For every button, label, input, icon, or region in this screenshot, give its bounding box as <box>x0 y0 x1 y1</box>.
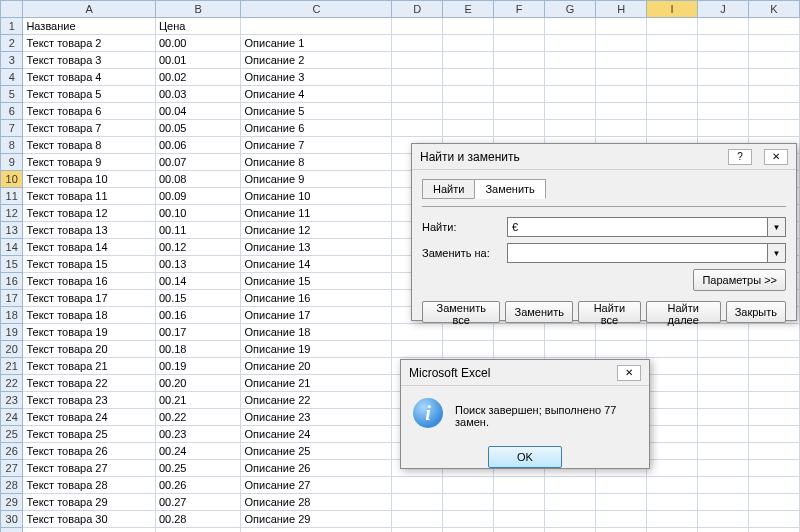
cell[interactable]: 00.22 <box>155 409 241 426</box>
row-header[interactable]: 23 <box>1 392 23 409</box>
cell[interactable] <box>494 35 545 52</box>
row-header[interactable]: 5 <box>1 86 23 103</box>
row-header[interactable]: 19 <box>1 324 23 341</box>
row-header[interactable]: 24 <box>1 409 23 426</box>
col-header-k[interactable]: K <box>748 1 799 18</box>
cell[interactable] <box>748 103 799 120</box>
find-all-button[interactable]: Найти все <box>578 301 641 323</box>
cell[interactable]: Текст товара 28 <box>23 477 155 494</box>
cell[interactable] <box>698 52 749 69</box>
cell[interactable]: Описание 9 <box>241 171 392 188</box>
cell[interactable] <box>392 528 443 533</box>
cell[interactable] <box>494 477 545 494</box>
select-all-corner[interactable] <box>1 1 23 18</box>
cell[interactable] <box>392 69 443 86</box>
cell[interactable]: Текст товара 3 <box>23 52 155 69</box>
cell[interactable] <box>698 69 749 86</box>
close-icon[interactable]: ✕ <box>764 149 788 165</box>
cell[interactable] <box>596 494 647 511</box>
cell[interactable]: Текст товара 9 <box>23 154 155 171</box>
cell[interactable] <box>698 426 749 443</box>
cell[interactable] <box>596 103 647 120</box>
cell[interactable]: Текст товара 17 <box>23 290 155 307</box>
cell[interactable]: Описание 26 <box>241 460 392 477</box>
cell[interactable] <box>392 120 443 137</box>
cell[interactable]: Текст товара 26 <box>23 443 155 460</box>
cell[interactable]: Описание 2 <box>241 52 392 69</box>
cell[interactable] <box>748 375 799 392</box>
msg-titlebar[interactable]: Microsoft Excel ✕ <box>401 360 649 386</box>
cell[interactable]: 00.25 <box>155 460 241 477</box>
cell[interactable] <box>392 341 443 358</box>
cell[interactable]: 00.20 <box>155 375 241 392</box>
cell[interactable]: Описание 16 <box>241 290 392 307</box>
cell[interactable] <box>748 477 799 494</box>
cell[interactable]: Текст товара 14 <box>23 239 155 256</box>
cell[interactable]: 00.05 <box>155 120 241 137</box>
cell[interactable]: Описание 6 <box>241 120 392 137</box>
cell[interactable]: Описание 22 <box>241 392 392 409</box>
cell[interactable] <box>698 103 749 120</box>
cell[interactable]: 00.16 <box>155 307 241 324</box>
cell[interactable]: Описание 24 <box>241 426 392 443</box>
cell[interactable]: 00.04 <box>155 103 241 120</box>
cell[interactable]: 00.02 <box>155 69 241 86</box>
cell[interactable]: 00.24 <box>155 443 241 460</box>
col-header-e[interactable]: E <box>443 1 494 18</box>
cell[interactable] <box>596 511 647 528</box>
cell[interactable] <box>241 18 392 35</box>
cell[interactable]: 00.15 <box>155 290 241 307</box>
cell[interactable] <box>698 477 749 494</box>
row-header[interactable]: 27 <box>1 460 23 477</box>
cell[interactable] <box>545 86 596 103</box>
cell[interactable] <box>494 341 545 358</box>
row-header[interactable]: 10 <box>1 171 23 188</box>
cell[interactable]: Текст товара 10 <box>23 171 155 188</box>
cell[interactable]: 00.19 <box>155 358 241 375</box>
cell[interactable] <box>494 494 545 511</box>
cell[interactable] <box>392 18 443 35</box>
cell[interactable] <box>748 69 799 86</box>
ok-button[interactable]: OK <box>488 446 562 468</box>
cell[interactable] <box>698 392 749 409</box>
cell[interactable]: Описание 25 <box>241 443 392 460</box>
cell[interactable] <box>647 460 698 477</box>
row-header[interactable]: 16 <box>1 273 23 290</box>
replace-all-button[interactable]: Заменить все <box>422 301 500 323</box>
cell[interactable]: Описание 18 <box>241 324 392 341</box>
cell[interactable] <box>443 86 494 103</box>
cell[interactable]: 00.23 <box>155 426 241 443</box>
cell[interactable]: Название <box>23 18 155 35</box>
cell[interactable] <box>596 341 647 358</box>
cell[interactable]: Текст товара 27 <box>23 460 155 477</box>
row-header[interactable]: 21 <box>1 358 23 375</box>
cell[interactable] <box>545 52 596 69</box>
cell[interactable]: Текст товара 29 <box>23 494 155 511</box>
cell[interactable] <box>596 477 647 494</box>
row-header[interactable]: 28 <box>1 477 23 494</box>
cell[interactable] <box>698 443 749 460</box>
row-header[interactable]: 7 <box>1 120 23 137</box>
col-header-g[interactable]: G <box>545 1 596 18</box>
row-header[interactable]: 12 <box>1 205 23 222</box>
replace-button[interactable]: Заменить <box>505 301 572 323</box>
cell[interactable] <box>647 426 698 443</box>
cell[interactable] <box>545 18 596 35</box>
cell[interactable]: 00.13 <box>155 256 241 273</box>
cell[interactable] <box>647 494 698 511</box>
cell[interactable] <box>494 103 545 120</box>
row-header[interactable]: 11 <box>1 188 23 205</box>
row-header[interactable]: 1 <box>1 18 23 35</box>
cell[interactable]: 00.07 <box>155 154 241 171</box>
cell[interactable] <box>647 18 698 35</box>
cell[interactable]: 00.09 <box>155 188 241 205</box>
cell[interactable]: Описание 15 <box>241 273 392 290</box>
cell[interactable] <box>545 69 596 86</box>
cell[interactable]: 00.28 <box>155 511 241 528</box>
cell[interactable] <box>545 494 596 511</box>
cell[interactable] <box>748 511 799 528</box>
cell[interactable] <box>545 120 596 137</box>
cell[interactable] <box>443 494 494 511</box>
parameters-button[interactable]: Параметры >> <box>693 269 786 291</box>
col-header-b[interactable]: B <box>155 1 241 18</box>
